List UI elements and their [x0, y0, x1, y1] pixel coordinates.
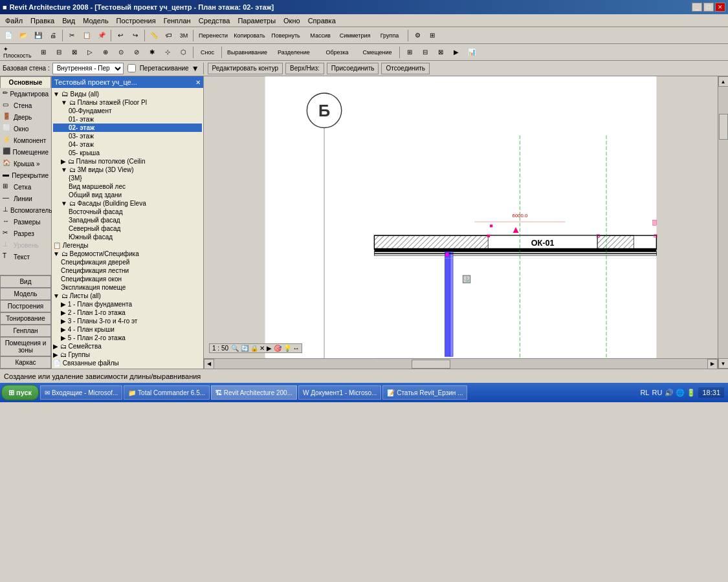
tool-door[interactable]: 🚪 Дверь	[0, 111, 51, 123]
tool-lines[interactable]: — Линии	[0, 193, 51, 204]
drawing-area[interactable]: Б 6000.0	[204, 76, 718, 358]
menu-params[interactable]: Параметры	[234, 16, 280, 26]
tb2-extra1[interactable]: ⊞	[403, 45, 417, 59]
basic-tab[interactable]: Основные	[0, 76, 51, 88]
tab-model[interactable]: Модель	[0, 288, 51, 300]
tb-redo[interactable]: ↪	[128, 28, 142, 43]
top-bottom-btn[interactable]: Верх/Низ:	[285, 63, 324, 74]
tb2-extra2[interactable]: ⊟	[418, 45, 432, 59]
menu-help[interactable]: Справка	[304, 16, 340, 26]
tb2-trim[interactable]: Обрезка	[318, 45, 357, 59]
scroll-up-btn[interactable]: ▲	[718, 76, 729, 87]
maximize-button[interactable]: □	[703, 3, 714, 12]
tb2-b3[interactable]: ⊠	[67, 45, 82, 59]
menu-window[interactable]: Окно	[280, 16, 304, 26]
tool-text[interactable]: T Текст	[0, 251, 51, 263]
tree-elevations[interactable]: ▼ 🗂 Фасады (Building Eleva	[53, 199, 202, 208]
tool-roof[interactable]: 🏠 Крыша »	[0, 158, 51, 169]
tool-wall[interactable]: ▭ Стена	[0, 100, 51, 111]
tb-mirror[interactable]: Симметрия	[337, 28, 373, 43]
tb-measure[interactable]: 📏	[147, 28, 161, 43]
tb2-offset[interactable]: Смещение	[358, 45, 397, 59]
tb2-plane[interactable]: ✦ Плоскость	[3, 45, 35, 59]
attach-btn[interactable]: Присоединить	[327, 63, 379, 74]
tb2-align[interactable]: Выравнивание	[225, 45, 270, 59]
taskbar-word[interactable]: W Документ1 - Microso...	[298, 385, 381, 400]
tree-views[interactable]: ▼ 🗂 Виды (all)	[53, 89, 202, 98]
tb2-delete[interactable]: Снос	[196, 45, 219, 59]
tree-elev-east[interactable]: Восточный фасад	[53, 208, 202, 216]
tool-level[interactable]: ⊥ Уровень	[0, 239, 51, 251]
tree-floor-04[interactable]: 04- этаж	[53, 140, 202, 149]
taskbar-outlook[interactable]: ✉ Входящие - Microsof...	[40, 385, 122, 400]
tb2-extra5[interactable]: 📊	[465, 45, 479, 59]
tree-legends[interactable]: 📋 Легенды	[53, 241, 202, 250]
tb-save[interactable]: 💾	[31, 28, 45, 43]
scroll-h-track[interactable]	[214, 359, 707, 369]
tb2-extra3[interactable]: ⊠	[434, 45, 448, 59]
tab-rooms[interactable]: Помещения и зоны	[0, 337, 51, 356]
tree-sheets[interactable]: ▼ 🗂 Листы (all)	[53, 292, 202, 300]
tb2-b2[interactable]: ⊟	[52, 45, 66, 59]
tree-sheet-4[interactable]: ▶ 4 - План крыши	[53, 325, 202, 334]
tb-undo[interactable]: ↩	[113, 28, 127, 43]
menu-build[interactable]: Построения	[113, 16, 160, 26]
tb-group[interactable]: Группа	[373, 28, 406, 43]
tool-component[interactable]: ⚡ Компонент	[0, 135, 51, 146]
tb-new[interactable]: 📄	[1, 28, 16, 43]
tool-ref[interactable]: ⊥ Вспомогатель	[0, 204, 51, 216]
vertical-scrollbar[interactable]: ▲ ▼	[718, 76, 728, 369]
project-browser-close[interactable]: ✕	[195, 79, 201, 86]
tree-sched-windows[interactable]: Спецификация окон	[53, 275, 202, 283]
tool-room[interactable]: ⬛ Помещение	[0, 146, 51, 158]
tb2-b1[interactable]: ⊞	[36, 45, 50, 59]
menu-model[interactable]: Модель	[79, 16, 112, 26]
menu-edit[interactable]: Правка	[27, 16, 58, 26]
scroll-v-track[interactable]	[718, 87, 729, 358]
tb-copy2[interactable]: Копировать	[232, 28, 267, 43]
scroll-v-thumb[interactable]	[719, 114, 728, 140]
tree-sheet-1[interactable]: ▶ 1 - План фундамента	[53, 300, 202, 308]
edit-profile-btn[interactable]: Редактировать контур	[208, 63, 283, 74]
tb-extra2[interactable]: ⊞	[425, 28, 439, 43]
scroll-left-btn[interactable]: ◀	[204, 359, 214, 369]
tree-3d-stair[interactable]: Вид маршевой лес	[53, 182, 202, 191]
filter-icon[interactable]: ▼	[192, 64, 199, 73]
tree-3d-main[interactable]: {3М}	[53, 174, 202, 182]
tool-floor[interactable]: ▬ Перекрытие	[0, 169, 51, 181]
tree-3d-overall[interactable]: Общий вид здани	[53, 191, 202, 199]
tool-window[interactable]: ⬜ Окно	[0, 123, 51, 135]
tree-3dviews[interactable]: ▼ 🗂 3М виды (3D View)	[53, 166, 202, 174]
horizontal-scrollbar[interactable]: ◀ ▶	[204, 358, 718, 369]
tree-floor-01[interactable]: 01- этаж	[53, 115, 202, 124]
tree-ceilings[interactable]: ▶ 🗂 Планы потолков (Ceilin	[53, 157, 202, 166]
tree-schedules[interactable]: ▼ 🗂 Ведомости/Специфика	[53, 250, 202, 258]
tree-linked[interactable]: 📄 Связанные файлы	[53, 359, 202, 367]
taskbar-revit[interactable]: 🏗 Revit Architecture 200...	[211, 385, 297, 400]
tb-extra[interactable]: ⚙	[410, 28, 425, 43]
tab-build[interactable]: Построения	[0, 300, 51, 312]
tb-move[interactable]: Перенести	[195, 28, 231, 43]
tool-dim[interactable]: ↔ Размеры	[0, 216, 51, 228]
tree-sched-stairs[interactable]: Спецификация лестни	[53, 266, 202, 275]
tree-sheet-2[interactable]: ▶ 2 - План 1-го этажа	[53, 308, 202, 317]
scroll-down-btn[interactable]: ▼	[718, 358, 729, 369]
tree-sched-doors[interactable]: Спецификация дверей	[53, 258, 202, 266]
tree-families[interactable]: ▶ 🗂 Семейства	[53, 342, 202, 350]
scroll-right-btn[interactable]: ▶	[707, 359, 718, 369]
tb2-b9[interactable]: ⊹	[160, 45, 175, 59]
tool-section[interactable]: ✂ Разрез	[0, 228, 51, 239]
tab-site[interactable]: Генплан	[0, 325, 51, 337]
tb-array[interactable]: Массив	[304, 28, 336, 43]
tb2-b8[interactable]: ✱	[145, 45, 159, 59]
scroll-h-thumb[interactable]	[412, 360, 450, 369]
tb-3d[interactable]: 3М	[177, 28, 191, 43]
tb2-b7[interactable]: ⊘	[129, 45, 144, 59]
tb-print[interactable]: 🖨	[46, 28, 60, 43]
wall-type-select[interactable]: Внутренняя - Пер	[52, 63, 124, 74]
menu-site[interactable]: Генплан	[160, 16, 195, 26]
tb-cut[interactable]: ✂	[65, 28, 79, 43]
tab-view[interactable]: Вид	[0, 275, 51, 288]
tb2-extra4[interactable]: ▶	[449, 45, 463, 59]
tree-elev-north[interactable]: Северный фасад	[53, 224, 202, 233]
